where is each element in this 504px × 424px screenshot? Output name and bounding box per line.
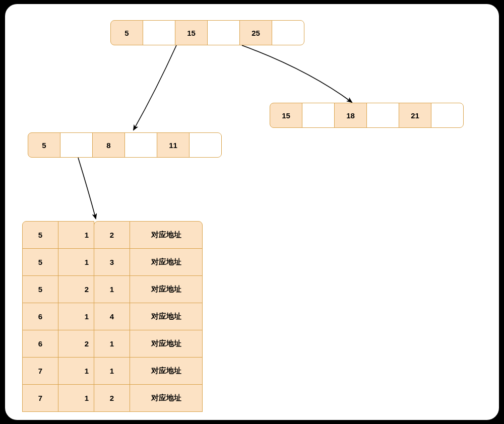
table-cell: 1: [58, 221, 94, 249]
diagram-canvas: 51525 151821 5811 512对应地址513对应地址521对应地址6…: [5, 4, 499, 420]
table-cell: 1: [58, 303, 94, 330]
right_node-slot-0: 15: [270, 103, 302, 128]
table-cell: 对应地址: [130, 248, 203, 276]
table-cell: 1: [94, 357, 130, 385]
table-cell: 对应地址: [130, 357, 203, 385]
table-cell: 6: [22, 330, 58, 358]
arrow-root-to-right: [242, 45, 352, 102]
root_node-slot-1: [143, 20, 175, 45]
table-cell: 对应地址: [130, 303, 203, 330]
table-cell: 2: [58, 275, 94, 303]
table-row: 712对应地址: [23, 385, 203, 412]
table-cell: 1: [94, 330, 130, 358]
table-cell: 对应地址: [130, 330, 203, 358]
root_node-slot-5: [272, 20, 304, 45]
root_node-slot-3: [207, 20, 240, 45]
table-cell: 2: [94, 384, 130, 412]
table-row: 513对应地址: [23, 249, 203, 276]
table-cell: 4: [94, 303, 130, 330]
table-cell: 2: [58, 330, 94, 358]
left_node-slot-4: 11: [157, 132, 190, 158]
table-row: 521对应地址: [23, 276, 203, 303]
table-cell: 7: [22, 384, 58, 412]
right_node-slot-3: [366, 103, 399, 128]
table-cell: 1: [58, 357, 94, 385]
table-cell: 7: [22, 357, 58, 385]
table-row: 621对应地址: [23, 330, 203, 358]
table-cell: 对应地址: [130, 221, 203, 249]
right-child-node: 151821: [270, 103, 464, 128]
table-row: 512对应地址: [23, 222, 203, 249]
table-cell: 对应地址: [130, 275, 203, 303]
table-cell: 3: [94, 248, 130, 276]
left_node-slot-0: 5: [28, 132, 60, 158]
table-cell: 6: [22, 303, 58, 330]
arrow-root-to-left: [134, 45, 176, 130]
left_node-slot-2: 8: [92, 132, 125, 158]
root_node-slot-0: 5: [110, 20, 143, 45]
root-node: 51525: [110, 20, 304, 45]
table-cell: 1: [58, 248, 94, 276]
table-cell: 5: [22, 275, 58, 303]
table-cell: 1: [94, 275, 130, 303]
right_node-slot-1: [302, 103, 335, 128]
left-child-node: 5811: [28, 132, 222, 158]
right_node-slot-4: 21: [399, 103, 431, 128]
right_node-slot-2: 18: [334, 103, 367, 128]
table-cell: 5: [22, 221, 58, 249]
arrow-left-to-table: [78, 158, 96, 219]
right_node-slot-5: [431, 103, 464, 128]
table-cell: 对应地址: [130, 384, 203, 412]
root_node-slot-2: 15: [175, 20, 208, 45]
table-cell: 2: [94, 221, 130, 249]
table-cell: 1: [58, 384, 94, 412]
root_node-slot-4: 25: [239, 20, 272, 45]
table-row: 711对应地址: [23, 358, 203, 385]
left_node-slot-3: [124, 132, 157, 158]
table-row: 614对应地址: [23, 303, 203, 330]
left_node-slot-1: [60, 132, 93, 158]
leaf-table: 512对应地址513对应地址521对应地址614对应地址621对应地址711对应…: [23, 222, 203, 412]
left_node-slot-5: [189, 132, 222, 158]
table-cell: 5: [22, 248, 58, 276]
